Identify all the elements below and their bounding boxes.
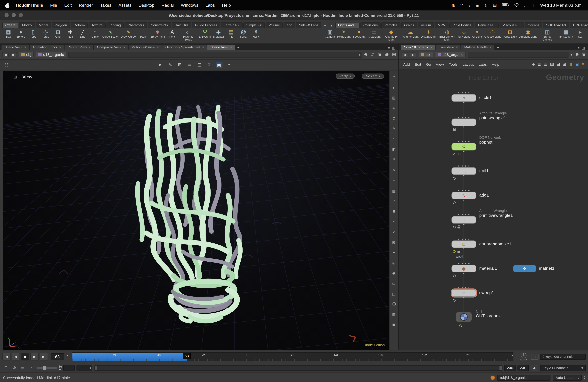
shelf-tool-environment-light[interactable]: ◍Environment Light — [438, 29, 457, 42]
shelf-tab-characters[interactable]: Characters — [125, 22, 147, 28]
pane-tab-animation-editor[interactable]: Animation Editor× — [30, 45, 64, 50]
secure-selection-icon[interactable]: ◫ — [196, 62, 202, 68]
pane-tab-tree-view[interactable]: Tree View× — [436, 45, 461, 50]
shelf-tab-hair-utils[interactable]: Hair Utils — [172, 22, 191, 28]
stage-manager-icon[interactable]: ▤ — [493, 3, 497, 7]
shelf-tool-distant-light[interactable]: ☀Distant Light — [420, 29, 438, 42]
apple-menu-icon[interactable] — [5, 3, 10, 8]
shelf-tool-sky-light[interactable]: ☼Sky Light — [457, 29, 471, 42]
grid2-icon[interactable]: ▦ — [392, 309, 396, 319]
display-options-icon[interactable]: ▦ — [392, 93, 396, 103]
spotlight-icon[interactable]: ⌕ — [524, 3, 526, 7]
shelf-tab-particles[interactable]: Particles — [381, 22, 400, 28]
ring-icon[interactable]: ◎ — [392, 258, 396, 268]
close-icon[interactable]: × — [89, 45, 91, 49]
shelf-tool-spot-light[interactable]: ▼Spot Light — [352, 29, 367, 42]
resize-arrows-icon[interactable]: ▴▾ — [584, 376, 585, 379]
toolbar-grip-icon[interactable]: ⠿⠿ — [3, 63, 10, 68]
pane-tab-render-view[interactable]: Render View× — [64, 45, 93, 50]
shelf-tool-platonic-solids[interactable]: ◇Platonic Solids — [178, 29, 198, 42]
align-icon[interactable]: ≣ — [538, 62, 541, 67]
shelf-tool-torus[interactable]: ◎Torus — [39, 29, 52, 42]
grid-icon[interactable]: ⊞ — [392, 206, 396, 216]
pane-splitter[interactable] — [398, 43, 399, 350]
shelf-tool-spray-paint[interactable]: ∗Spray Paint — [149, 29, 166, 42]
netmenu-help[interactable]: Help — [492, 62, 499, 66]
context-path-field[interactable]: /obj/d18_organic/... — [497, 375, 550, 381]
pattern-icon[interactable]: ▩ — [392, 237, 396, 247]
resolution-icon[interactable]: ¹² — [393, 155, 395, 165]
netmenu-labs[interactable]: Labs — [479, 62, 487, 66]
shelf-tab-sop-pyro-fx[interactable]: SOP Pyro FX — [543, 22, 569, 28]
shelf-tool-caustic-light[interactable]: ◠Caustic Light — [483, 29, 502, 42]
close-icon[interactable]: × — [202, 45, 204, 49]
shelf-tab-particle-fl[interactable]: Particle Fl... — [475, 22, 499, 28]
play-button[interactable]: ▶ — [30, 353, 39, 360]
shelf-tab-model[interactable]: Model — [36, 22, 51, 28]
shelf-tab-modify[interactable]: Modify — [19, 22, 35, 28]
control-center-icon[interactable]: ◫ — [531, 3, 535, 7]
shelf-tool-stereo-camera[interactable]: ◫Stereo Camera — [538, 29, 557, 42]
disable-icon[interactable]: ⊘ — [392, 227, 396, 237]
menu-takes[interactable]: Takes — [100, 3, 111, 7]
floating-panel-icon[interactable]: ▣ — [378, 52, 382, 57]
close-icon[interactable]: × — [157, 45, 159, 49]
close-icon[interactable]: × — [456, 45, 458, 49]
range-jump-buttons[interactable]: |◀▶| — [59, 365, 62, 370]
follow-selection-icon[interactable]: ◎ — [371, 52, 375, 57]
flag-ring-icon[interactable] — [453, 177, 456, 180]
rows-icon[interactable]: ▤ — [544, 62, 547, 67]
shelf-tool-spiral[interactable]: @Spiral — [237, 29, 250, 42]
shelf-tool-null[interactable]: ✚Null — [64, 29, 77, 42]
menu-render[interactable]: Render — [79, 3, 93, 7]
expand-icon[interactable]: ▸ — [393, 82, 395, 93]
dot-icon[interactable]: ◉ — [392, 268, 396, 278]
netmenu-tools[interactable]: Tools — [449, 62, 458, 66]
wifi-icon[interactable] — [514, 2, 519, 8]
playback-range-bar[interactable] — [94, 365, 503, 370]
menu-desktop[interactable]: Desktop — [139, 3, 154, 7]
current-frame-field[interactable]: 63 — [51, 353, 64, 360]
menu-app-name[interactable]: Houdini Indie — [16, 3, 43, 7]
shelf-tab-viscous-fl[interactable]: Viscous Fl... — [500, 22, 524, 28]
dropdown-icon[interactable]: ▾ — [570, 52, 572, 57]
flag-ring-icon[interactable] — [453, 201, 456, 204]
node-attribrandomize1[interactable]: ⊡ — [451, 240, 476, 248]
mask-icon[interactable]: ◧ — [392, 144, 396, 155]
key-button[interactable]: ◆ — [531, 365, 538, 371]
star-icon[interactable]: ∗ — [392, 247, 396, 258]
tools-icon[interactable]: ✚ — [531, 62, 535, 67]
notes-icon[interactable]: ▥ — [569, 62, 573, 67]
record-icon[interactable]: ◉ — [392, 319, 396, 330]
pin-target-icon[interactable]: ⊕ — [364, 52, 368, 57]
pane-split-icon[interactable]: ◫ — [582, 46, 585, 50]
shelf-tab-texture[interactable]: Texture — [88, 22, 105, 28]
shelf-tab-volume[interactable]: Volume — [266, 22, 283, 28]
handle-tool-icon[interactable]: ✎ — [168, 62, 173, 68]
pane-tab-obj-d18-organic[interactable]: /obj/d18_organic× — [401, 45, 435, 50]
flag-ring-icon[interactable] — [453, 250, 456, 253]
shelf-tab-mpm[interactable]: MPM — [435, 22, 449, 28]
shelf-tool-tube[interactable]: ▯Tube — [27, 29, 39, 42]
pane-menu-icon[interactable]: ≡ — [578, 46, 580, 50]
focus-moon-icon[interactable]: ☾ — [484, 3, 488, 7]
playback-speed-slider[interactable] — [36, 367, 58, 369]
menu-labs[interactable]: Labs — [206, 3, 215, 7]
shelf-tool-curve-bezier[interactable]: ∿Curve Bezier — [101, 29, 120, 42]
close-icon[interactable]: × — [230, 45, 232, 49]
menu-radial[interactable]: Radial — [162, 3, 174, 7]
keyframe-options-button[interactable]: ⊞ — [531, 354, 539, 360]
camera-lock-icon[interactable]: ◉ — [385, 52, 389, 57]
collapse-icon[interactable]: ⊟ — [557, 62, 560, 67]
help-icon[interactable]: ? — [393, 72, 395, 82]
timeline-ruler[interactable]: 124487296120144168192216240 63 — [72, 352, 513, 361]
shelf-tool-portal-light[interactable]: ⊞Portal Light — [502, 29, 518, 42]
move-tool-icon[interactable]: ⊞ — [177, 62, 183, 68]
jump-end-button[interactable]: ▶| — [40, 353, 48, 360]
close-icon[interactable]: × — [59, 45, 61, 49]
shelf-tool-area-light[interactable]: ▭Area Light — [367, 29, 381, 42]
shelf-tab-lights-and[interactable]: Lights and... — [335, 22, 359, 28]
shelf-tool-ambient-light[interactable]: ◉Ambient Light — [518, 29, 538, 42]
shelf-tab-terrain-fx[interactable]: Terrain FX — [221, 22, 243, 28]
menu-edit[interactable]: Edit — [64, 3, 72, 7]
